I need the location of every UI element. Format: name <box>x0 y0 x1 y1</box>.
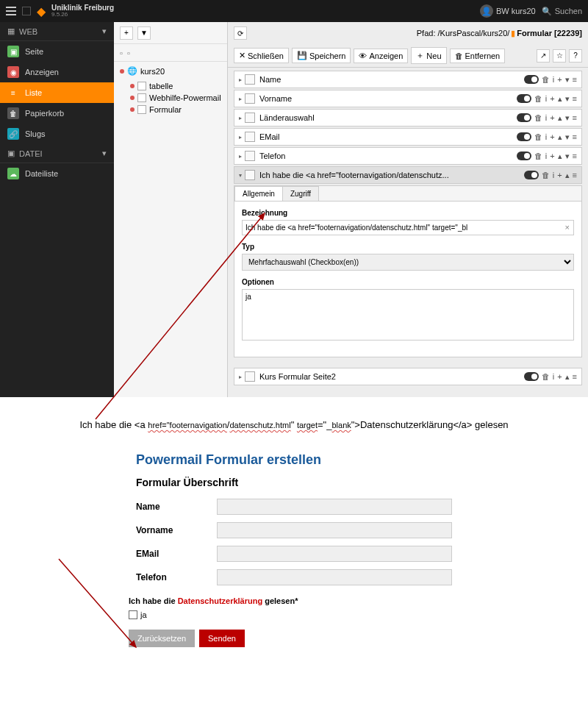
move-up-icon[interactable]: ▴ <box>565 372 570 382</box>
global-search[interactable]: 🔍 Suchen <box>542 7 582 16</box>
delete-button[interactable]: 🗑Entfernen <box>450 49 506 63</box>
record-row-checkbox-expanded-header[interactable]: ▾ Ich habe die <a href="footernavigation… <box>234 166 582 184</box>
checkbox-icon[interactable] <box>129 610 137 619</box>
brand-version: 9.5.26 <box>51 12 114 18</box>
help-icon[interactable]: ? <box>569 49 582 63</box>
info-icon[interactable]: i <box>553 75 554 84</box>
select-typ[interactable]: Mehrfachauswahl (Checkbox(en)) <box>242 254 574 271</box>
textarea-optionen[interactable]: ja <box>242 289 574 341</box>
move-down-icon[interactable]: ▾ <box>565 75 570 85</box>
drag-icon[interactable]: ≡ <box>573 132 577 141</box>
info-icon[interactable]: i <box>545 94 547 103</box>
sidebar-section-web[interactable]: ▦WEB ▾ <box>0 22 114 41</box>
frontend-input-name[interactable] <box>217 499 452 515</box>
frontend-submit-button[interactable]: Senden <box>199 630 245 647</box>
view-button[interactable]: 👁Anzeigen <box>354 49 408 63</box>
frontend-reset-button[interactable]: Zurücksetzen <box>129 630 195 647</box>
bookmark-icon[interactable]: ☆ <box>553 49 566 63</box>
drag-icon[interactable]: ≡ <box>573 75 577 84</box>
sidebar-item-dateiliste[interactable]: ☁Dateiliste <box>0 163 114 184</box>
input-bezeichnung[interactable] <box>242 220 574 235</box>
user-menu[interactable]: 👤 BW kurs20 <box>480 4 536 18</box>
plus-icon[interactable]: + <box>557 171 562 179</box>
info-icon[interactable]: i <box>545 132 547 141</box>
move-down-icon[interactable]: ▾ <box>565 152 570 161</box>
toggle-icon[interactable] <box>524 372 539 381</box>
info-icon[interactable]: i <box>553 372 554 381</box>
move-up-icon[interactable]: ▴ <box>558 132 562 142</box>
frontend-input-email[interactable] <box>217 546 452 562</box>
drag-icon[interactable]: ≡ <box>573 372 577 381</box>
record-row-email[interactable]: ▸ EMail 🗑i+▴▾≡ <box>234 128 582 146</box>
plus-icon[interactable]: + <box>550 113 554 122</box>
record-row-name[interactable]: ▸ Name 🗑i+▾≡ <box>234 71 582 88</box>
save-icon: 💾 <box>297 51 307 60</box>
caret-right-icon: ▸ <box>239 96 242 102</box>
info-icon[interactable]: i <box>553 171 554 179</box>
toggle-icon[interactable] <box>517 94 531 103</box>
tab-allgemein[interactable]: Allgemein <box>234 186 283 201</box>
tree-node-formular[interactable]: Formular <box>130 104 227 115</box>
sidebar-item-slugs[interactable]: 🔗Slugs <box>0 124 114 144</box>
drag-icon[interactable]: ≡ <box>573 113 577 122</box>
info-icon[interactable]: i <box>545 113 547 122</box>
drag-icon[interactable]: ≡ <box>573 94 577 103</box>
sidebar-item-seite[interactable]: ▣Seite <box>0 41 114 62</box>
frontend-input-telefon[interactable] <box>217 569 452 585</box>
trash-icon[interactable]: 🗑 <box>534 132 542 141</box>
plus-icon[interactable]: + <box>550 132 554 141</box>
trash-icon[interactable]: 🗑 <box>542 75 550 84</box>
frontend-privacy-link[interactable]: Datenschutzerklärung <box>178 596 263 605</box>
refresh-icon[interactable]: ⟳ <box>234 26 247 40</box>
sidebar-item-anzeigen[interactable]: ◉Anzeigen <box>0 62 114 82</box>
tree-doc-icon[interactable]: ▫ <box>127 49 130 57</box>
plus-icon[interactable]: + <box>550 152 554 160</box>
frontend-input-vorname[interactable] <box>217 522 452 538</box>
plus-icon[interactable]: + <box>557 372 562 381</box>
drag-icon[interactable]: ≡ <box>573 152 577 160</box>
frontend-checkbox-option[interactable]: ja <box>129 610 452 619</box>
tree-new-icon[interactable]: + <box>120 26 133 40</box>
move-up-icon[interactable]: ▴ <box>565 171 570 180</box>
sidebar-item-papierkorb[interactable]: 🗑Papierkorb <box>0 103 114 124</box>
module-icon[interactable] <box>22 7 31 15</box>
move-up-icon[interactable]: ▴ <box>558 152 562 161</box>
move-up-icon[interactable]: ▴ <box>558 113 562 123</box>
sidebar-item-liste[interactable]: ≡Liste <box>0 82 114 103</box>
record-row-page2[interactable]: ▸ Kurs Formular Seite2 🗑i+▴≡ <box>234 368 582 385</box>
move-down-icon[interactable]: ▾ <box>565 94 570 104</box>
toggle-icon[interactable] <box>517 152 531 160</box>
drag-icon[interactable]: ≡ <box>573 171 577 179</box>
trash-icon[interactable]: 🗑 <box>542 372 550 381</box>
move-down-icon[interactable]: ▾ <box>565 132 570 142</box>
trash-icon[interactable]: 🗑 <box>534 152 542 160</box>
plus-icon[interactable]: + <box>557 75 562 84</box>
toggle-icon[interactable] <box>517 132 531 141</box>
trash-icon[interactable]: 🗑 <box>542 171 550 179</box>
save-button[interactable]: 💾Speichern <box>292 48 351 63</box>
clear-icon[interactable]: × <box>565 223 570 232</box>
toggle-icon[interactable] <box>517 113 531 122</box>
menu-icon[interactable] <box>6 7 16 15</box>
tree-filter-icon[interactable]: ▼ <box>137 26 151 40</box>
new-button[interactable]: ＋Neu <box>411 47 446 64</box>
toggle-icon[interactable] <box>524 171 539 179</box>
plus-icon[interactable]: + <box>550 94 554 103</box>
tree-node-tabelle[interactable]: tabelle <box>130 80 227 92</box>
tree-doc-icon[interactable]: ▫ <box>120 49 123 57</box>
record-row-laender[interactable]: ▸ Länderauswahl 🗑i+▴▾≡ <box>234 109 582 126</box>
share-icon[interactable]: ↗ <box>537 49 550 63</box>
tree-node-webhilfe[interactable]: Webhilfe-Powermail <box>130 92 227 104</box>
record-row-vorname[interactable]: ▸ Vorname 🗑i+▴▾≡ <box>234 90 582 107</box>
trash-icon[interactable]: 🗑 <box>534 113 542 122</box>
record-row-telefon[interactable]: ▸ Telefon 🗑i+▴▾≡ <box>234 147 582 165</box>
info-icon[interactable]: i <box>545 152 547 160</box>
tree-root[interactable]: 🌐kurs20 <box>120 65 227 77</box>
tab-zugriff[interactable]: Zugriff <box>282 186 319 201</box>
move-down-icon[interactable]: ▾ <box>565 113 570 123</box>
toggle-icon[interactable] <box>524 75 539 84</box>
trash-icon[interactable]: 🗑 <box>534 94 542 103</box>
sidebar-section-file[interactable]: ▣DATEI ▾ <box>0 144 114 163</box>
close-button[interactable]: ✕Schließen <box>234 48 289 63</box>
move-up-icon[interactable]: ▴ <box>558 94 562 104</box>
